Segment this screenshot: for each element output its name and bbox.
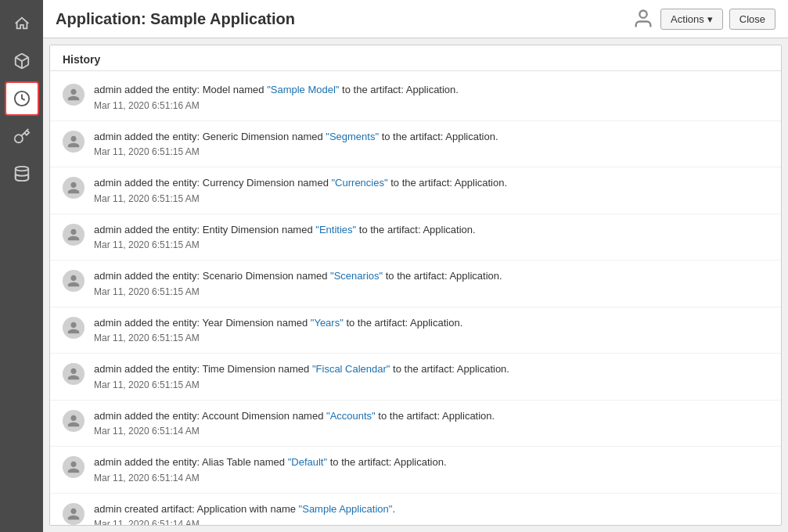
content-panel: History admin added the entity: Model na… bbox=[49, 45, 782, 526]
user-icon bbox=[632, 8, 654, 30]
history-text: admin added the entity: Time Dimension n… bbox=[94, 361, 768, 392]
avatar bbox=[63, 177, 85, 199]
history-link[interactable]: "Entities" bbox=[315, 224, 356, 235]
avatar bbox=[63, 131, 85, 153]
history-text: admin added the entity: Model named "Sam… bbox=[94, 82, 768, 113]
actions-button[interactable]: Actions ▾ bbox=[660, 9, 723, 30]
history-text: admin created artifact: Application with… bbox=[94, 501, 768, 527]
history-link[interactable]: "Currencies" bbox=[332, 177, 388, 189]
history-text: admin added the entity: Year Dimension n… bbox=[94, 315, 768, 346]
history-timestamp: Mar 11, 2020 6:51:14 AM bbox=[94, 471, 768, 485]
history-message: admin added the entity: Entity Dimension… bbox=[94, 224, 476, 235]
section-title: History bbox=[50, 45, 781, 71]
sidebar-item-cube[interactable] bbox=[5, 44, 39, 78]
avatar bbox=[63, 84, 85, 106]
history-message: admin added the entity: Year Dimension n… bbox=[94, 317, 462, 329]
history-timestamp: Mar 11, 2020 6:51:15 AM bbox=[94, 331, 768, 345]
close-button[interactable]: Close bbox=[729, 9, 775, 30]
history-link[interactable]: "Fiscal Calendar" bbox=[312, 363, 390, 375]
history-item: admin added the entity: Account Dimensio… bbox=[50, 401, 781, 448]
history-timestamp: Mar 11, 2020 6:51:16 AM bbox=[94, 99, 768, 113]
avatar bbox=[63, 317, 85, 339]
avatar bbox=[63, 503, 85, 525]
history-item: admin added the entity: Currency Dimensi… bbox=[50, 167, 781, 214]
history-timestamp: Mar 11, 2020 6:51:15 AM bbox=[94, 238, 768, 252]
svg-point-2 bbox=[15, 167, 28, 171]
svg-point-5 bbox=[639, 11, 646, 18]
history-timestamp: Mar 11, 2020 6:51:15 AM bbox=[94, 285, 768, 299]
history-message: admin added the entity: Time Dimension n… bbox=[94, 363, 509, 375]
avatar bbox=[63, 224, 85, 246]
history-timestamp: Mar 11, 2020 6:51:15 AM bbox=[94, 145, 768, 159]
history-text: admin added the entity: Account Dimensio… bbox=[94, 408, 768, 439]
avatar bbox=[63, 363, 85, 385]
history-text: admin added the entity: Scenario Dimensi… bbox=[94, 268, 768, 299]
sidebar-item-home[interactable] bbox=[5, 6, 39, 41]
header: Application: Sample Application Actions … bbox=[43, 0, 788, 38]
history-list: admin added the entity: Model named "Sam… bbox=[50, 71, 781, 526]
history-timestamp: Mar 11, 2020 6:51:15 AM bbox=[94, 378, 768, 392]
sidebar-item-database[interactable] bbox=[5, 156, 39, 191]
history-item: admin added the entity: Scenario Dimensi… bbox=[50, 261, 781, 307]
chevron-down-icon: ▾ bbox=[707, 13, 713, 25]
main-content: Application: Sample Application Actions … bbox=[43, 0, 788, 532]
history-message: admin added the entity: Model named "Sam… bbox=[94, 84, 459, 95]
history-text: admin added the entity: Entity Dimension… bbox=[94, 222, 768, 253]
history-item: admin added the entity: Alias Table name… bbox=[50, 447, 781, 494]
history-link[interactable]: "Sample Model" bbox=[267, 84, 339, 95]
history-timestamp: Mar 11, 2020 6:51:14 AM bbox=[94, 424, 768, 438]
history-text: admin added the entity: Currency Dimensi… bbox=[94, 175, 768, 206]
history-message: admin added the entity: Scenario Dimensi… bbox=[94, 270, 502, 282]
history-text: admin added the entity: Alias Table name… bbox=[94, 455, 768, 485]
history-message: admin created artifact: Application with… bbox=[94, 503, 395, 515]
history-item: admin added the entity: Year Dimension n… bbox=[50, 307, 781, 354]
history-message: admin added the entity: Alias Table name… bbox=[94, 456, 447, 468]
header-actions: Actions ▾ Close bbox=[632, 8, 775, 30]
history-text: admin added the entity: Generic Dimensio… bbox=[94, 129, 768, 160]
history-timestamp: Mar 11, 2020 6:51:15 AM bbox=[94, 192, 768, 206]
sidebar-item-key[interactable] bbox=[5, 119, 39, 153]
history-item: admin created artifact: Application with… bbox=[50, 494, 781, 527]
avatar bbox=[63, 410, 85, 432]
avatar bbox=[63, 456, 85, 478]
history-item: admin added the entity: Time Dimension n… bbox=[50, 354, 781, 401]
history-link[interactable]: "Default" bbox=[288, 456, 327, 468]
page-title: Application: Sample Application bbox=[56, 10, 295, 28]
history-item: admin added the entity: Generic Dimensio… bbox=[50, 121, 781, 168]
history-message: admin added the entity: Account Dimensio… bbox=[94, 410, 495, 422]
sidebar bbox=[0, 0, 43, 532]
history-link[interactable]: "Sample Application" bbox=[299, 503, 393, 515]
sidebar-item-clock[interactable] bbox=[5, 81, 39, 116]
history-message: admin added the entity: Currency Dimensi… bbox=[94, 177, 507, 189]
avatar bbox=[63, 270, 85, 292]
history-timestamp: Mar 11, 2020 6:51:14 AM bbox=[94, 517, 768, 526]
history-link[interactable]: "Accounts" bbox=[326, 410, 376, 422]
history-link[interactable]: "Segments" bbox=[326, 131, 379, 142]
history-item: admin added the entity: Entity Dimension… bbox=[50, 214, 781, 261]
actions-label: Actions bbox=[671, 13, 704, 25]
history-link[interactable]: "Scenarios" bbox=[330, 270, 383, 282]
history-item: admin added the entity: Model named "Sam… bbox=[50, 74, 781, 121]
history-link[interactable]: "Years" bbox=[311, 317, 344, 329]
history-message: admin added the entity: Generic Dimensio… bbox=[94, 131, 498, 142]
